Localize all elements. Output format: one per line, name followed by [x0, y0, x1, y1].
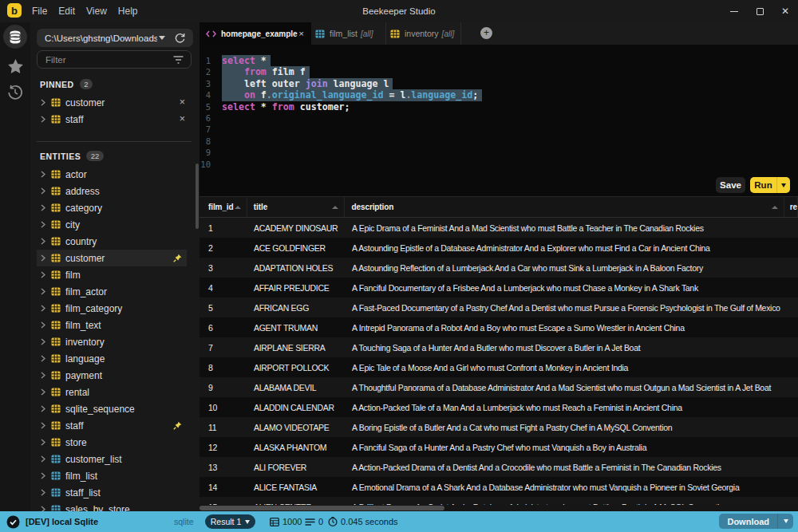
connection-name[interactable]: [DEV] local Sqlite	[26, 517, 98, 526]
menu-edit[interactable]: Edit	[53, 0, 81, 22]
result-row-7[interactable]: 7AIRPLANE SIERRAA Touching Saga of a Hun…	[200, 337, 798, 357]
tab-homepage_example[interactable]: homepage_example×	[200, 22, 311, 45]
entity-item-country[interactable]: country	[30, 233, 200, 250]
expand-chevron-icon[interactable]	[41, 254, 45, 262]
menu-help[interactable]: Help	[113, 0, 144, 22]
entity-item-customer_list[interactable]: customer_list	[30, 451, 200, 467]
entity-item-staff[interactable]: staff	[30, 417, 200, 434]
result-row-6[interactable]: 6AGENT TRUMANA Intrepid Panorama of a Ro…	[200, 317, 798, 337]
pinned-indicator[interactable]	[173, 254, 182, 262]
unpin-button[interactable]: ×	[180, 114, 185, 124]
column-header-title[interactable]: title	[247, 197, 346, 217]
entity-item-film_category[interactable]: film_category	[30, 300, 200, 317]
entity-item-sales_by_store[interactable]: sales_by_store	[30, 501, 200, 511]
entity-item-film[interactable]: film	[30, 266, 200, 283]
entity-item-rental[interactable]: rental	[30, 384, 200, 400]
result-row-1[interactable]: 1ACADEMY DINOSAURA Epic Drama of a Femin…	[200, 218, 798, 238]
expand-chevron-icon[interactable]	[41, 372, 45, 379]
expand-chevron-icon[interactable]	[41, 187, 45, 195]
result-row-9[interactable]: 9ALABAMA DEVILA Thoughtful Panorama of a…	[200, 377, 798, 397]
tab-close-button[interactable]: ×	[298, 29, 304, 38]
rail-databases-button[interactable]	[0, 25, 30, 49]
result-row-10[interactable]: 10ALADDIN CALENDARA Action-Packed Tale o…	[200, 397, 798, 417]
entity-item-payment[interactable]: payment	[30, 367, 200, 384]
result-row-12[interactable]: 12ALASKA PHANTOMA Fanciful Saga of a Hun…	[200, 437, 798, 457]
table-icon-wrap	[51, 388, 61, 396]
result-selector[interactable]: Result 1	[205, 514, 255, 529]
entity-item-film_actor[interactable]: film_actor	[30, 283, 200, 300]
entity-item-inventory[interactable]: inventory	[30, 333, 200, 350]
expand-chevron-icon[interactable]	[41, 422, 45, 429]
entity-item-category[interactable]: category	[30, 199, 200, 216]
entity-item-film_list[interactable]: film_list	[30, 467, 200, 484]
entity-item-sqlite_sequence[interactable]: sqlite_sequence	[30, 400, 200, 417]
expand-chevron-icon[interactable]	[41, 99, 45, 106]
menu-file[interactable]: File	[26, 0, 53, 22]
sidebar-scrollbar[interactable]	[196, 164, 199, 229]
rail-favorites-button[interactable]	[0, 58, 30, 74]
chevron-right-icon	[41, 489, 45, 496]
download-options-button[interactable]	[777, 514, 793, 529]
expand-chevron-icon[interactable]	[41, 455, 45, 463]
download-button[interactable]: Download	[719, 514, 777, 529]
entity-item-actor[interactable]: actor	[30, 166, 200, 183]
entity-item-store[interactable]: store	[30, 434, 200, 451]
expand-chevron-icon[interactable]	[41, 171, 45, 178]
result-row-4[interactable]: 4AFFAIR PREJUDICEA Fanciful Documentary …	[200, 278, 798, 298]
entity-item-address[interactable]: address	[30, 183, 200, 199]
expand-chevron-icon[interactable]	[41, 489, 45, 496]
entity-item-language[interactable]: language	[30, 350, 200, 367]
expand-chevron-icon[interactable]	[41, 355, 45, 362]
result-row-8[interactable]: 8AIRPORT POLLOCKA Epic Tale of a Moose A…	[200, 357, 798, 377]
expand-chevron-icon[interactable]	[41, 204, 45, 211]
result-row-13[interactable]: 13ALI FOREVERA Action-Packed Drama of a …	[200, 457, 798, 477]
run-button[interactable]: Run	[750, 177, 776, 193]
result-row-5[interactable]: 5AFRICAN EGGA Fast-Paced Documentary of …	[200, 298, 798, 317]
new-tab-button[interactable]: +	[480, 27, 492, 39]
menu-view[interactable]: View	[81, 0, 113, 22]
entity-item-city[interactable]: city	[30, 216, 200, 233]
horizontal-scrollbar-handle[interactable]	[200, 506, 444, 510]
result-row-14[interactable]: 14ALICE FANTASIAA Emotional Drama of a A…	[200, 477, 798, 497]
expand-chevron-icon[interactable]	[41, 116, 45, 123]
column-header-re[interactable]: re	[784, 197, 798, 217]
expand-chevron-icon[interactable]	[41, 388, 45, 396]
minimize-button[interactable]	[721, 0, 747, 22]
column-header-film_id[interactable]: film_id	[200, 197, 247, 217]
sql-editor[interactable]: 1select *2 from film f3 left outer join …	[200, 45, 798, 197]
expand-chevron-icon[interactable]	[41, 439, 45, 446]
rail-history-button[interactable]	[0, 85, 30, 100]
tab-inventory[interactable]: inventory[all]	[386, 22, 461, 45]
entity-item-film_text[interactable]: film_text	[30, 317, 200, 333]
expand-chevron-icon[interactable]	[41, 238, 45, 245]
entity-label: customer	[65, 253, 105, 264]
connection-dropdown[interactable]: C:\Users\ghstng\Downloads	[37, 29, 193, 47]
column-header-description[interactable]: description	[345, 197, 784, 217]
expand-chevron-icon[interactable]	[41, 305, 45, 312]
pinned-indicator[interactable]	[173, 421, 182, 430]
expand-chevron-icon[interactable]	[41, 321, 45, 329]
code-line-7: 7	[200, 124, 482, 135]
run-options-button[interactable]	[776, 177, 790, 193]
expand-chevron-icon[interactable]	[41, 506, 45, 511]
tab-film_list[interactable]: film_list[all]	[311, 22, 386, 45]
save-button[interactable]: Save	[716, 177, 745, 193]
entity-item-customer[interactable]: customer	[30, 250, 200, 266]
pinned-item-staff[interactable]: staff×	[30, 111, 200, 128]
result-row-3[interactable]: 3ADAPTATION HOLESA Astounding Reflection…	[200, 258, 798, 278]
expand-chevron-icon[interactable]	[41, 405, 45, 412]
close-button[interactable]: ✕	[772, 0, 798, 22]
pinned-item-customer[interactable]: customer×	[30, 94, 200, 111]
unpin-button[interactable]: ×	[180, 97, 185, 108]
expand-chevron-icon[interactable]	[41, 338, 45, 345]
result-row-11[interactable]: 11ALAMO VIDEOTAPEA Boring Epistle of a B…	[200, 417, 798, 437]
maximize-button[interactable]	[747, 0, 772, 22]
entity-item-staff_list[interactable]: staff_list	[30, 484, 200, 501]
result-row-2[interactable]: 2ACE GOLDFINGERA Astounding Epistle of a…	[200, 238, 798, 258]
expand-chevron-icon[interactable]	[41, 472, 45, 479]
expand-chevron-icon[interactable]	[41, 271, 45, 278]
refresh-button[interactable]	[175, 33, 185, 43]
expand-chevron-icon[interactable]	[41, 221, 45, 228]
expand-chevron-icon[interactable]	[41, 288, 45, 295]
filter-input[interactable]	[38, 55, 173, 65]
